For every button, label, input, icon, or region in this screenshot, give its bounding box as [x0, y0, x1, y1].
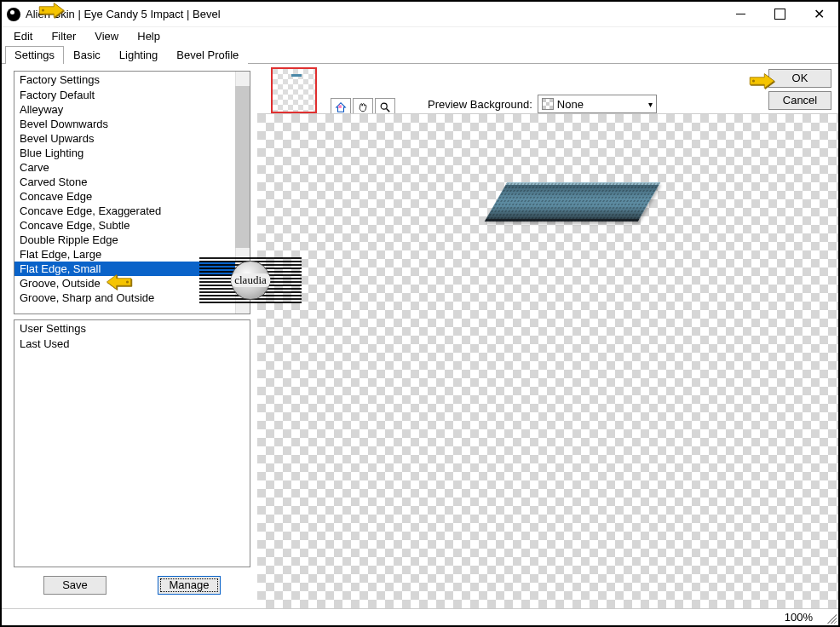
close-button[interactable]: ✕ — [799, 2, 838, 26]
scroll-thumb[interactable] — [235, 86, 250, 248]
user-header: User Settings — [14, 320, 250, 337]
preview-canvas[interactable] — [257, 113, 838, 608]
preview-panel: Preview Background: None ▾ OK Cancel — [257, 64, 838, 608]
manage-button[interactable]: Manage — [158, 576, 221, 595]
title-bar: Alien Skin | Eye Candy 5 Impact | Bevel … — [2, 2, 838, 27]
status-bar: 100% — [2, 608, 838, 625]
tab-lighting[interactable]: Lighting — [110, 46, 168, 64]
save-button[interactable]: Save — [43, 576, 106, 595]
list-item[interactable]: Double Ripple Edge — [14, 233, 250, 247]
chevron-down-icon: ▾ — [648, 100, 653, 109]
list-item[interactable]: Concave Edge — [14, 189, 250, 204]
list-item[interactable]: Alleyway — [14, 102, 250, 117]
tab-basic[interactable]: Basic — [64, 46, 110, 64]
list-item[interactable]: Bevel Downwards — [14, 117, 250, 131]
menu-view[interactable]: View — [88, 30, 125, 43]
preview-bg-label: Preview Background: — [428, 98, 532, 111]
pointer-hand-icon — [746, 71, 775, 91]
preview-toolbar: Preview Background: None ▾ OK Cancel — [257, 64, 838, 113]
svg-line-3 — [387, 109, 390, 112]
tab-bevel-profile[interactable]: Bevel Profile — [167, 46, 248, 64]
list-item[interactable]: Concave Edge, Subtle — [14, 218, 250, 233]
navigator-thumbnail[interactable] — [271, 67, 317, 113]
svg-point-0 — [42, 9, 44, 11]
maximize-button[interactable] — [760, 2, 799, 26]
settings-tabs: Settings Basic Lighting Bevel Profile — [2, 44, 838, 63]
svg-point-4 — [752, 79, 755, 82]
zoom-level: 100% — [785, 611, 813, 624]
minimize-button[interactable] — [721, 2, 760, 26]
list-item[interactable]: Concave Edge, Exaggerated — [14, 204, 250, 218]
navigator-view-rect — [291, 74, 302, 77]
factory-header: Factory Settings — [14, 72, 250, 88]
app-icon — [7, 8, 20, 21]
list-item[interactable]: Carve — [14, 160, 250, 175]
pointer-hand-icon — [36, 0, 65, 20]
watermark-label: claudia — [231, 273, 270, 287]
svg-point-2 — [381, 103, 387, 109]
preview-bg-combo[interactable]: None ▾ — [538, 95, 657, 113]
preview-bg-row: Preview Background: None ▾ — [428, 95, 657, 113]
preview-bg-value: None — [557, 98, 584, 111]
tab-settings[interactable]: Settings — [5, 46, 64, 64]
dialog-buttons: OK Cancel — [768, 69, 831, 110]
user-settings-list[interactable]: User Settings Last Used — [14, 319, 250, 567]
preview-bg-swatch — [542, 98, 554, 110]
bevel-preview-shape — [485, 182, 661, 221]
resize-grip[interactable] — [825, 612, 837, 624]
main-area: Factory Settings Factory DefaultAlleyway… — [2, 63, 838, 608]
cancel-button[interactable]: Cancel — [768, 91, 831, 110]
ok-button[interactable]: OK — [768, 69, 831, 88]
settings-buttons: Save Manage — [14, 572, 250, 601]
svg-point-5 — [126, 280, 129, 283]
menu-edit[interactable]: Edit — [7, 30, 39, 43]
svg-rect-1 — [338, 105, 342, 108]
menu-help[interactable]: Help — [130, 30, 167, 43]
watermark: claudia — [199, 257, 302, 303]
menu-bar: Edit Filter View Help — [2, 27, 838, 44]
window-title: Alien Skin | Eye Candy 5 Impact | Bevel — [26, 8, 721, 20]
list-item[interactable]: Carved Stone — [14, 175, 250, 189]
pointer-hand-icon — [106, 272, 135, 292]
menu-filter[interactable]: Filter — [44, 30, 83, 43]
list-item[interactable]: Factory Default — [14, 88, 250, 102]
list-item[interactable]: Bevel Upwards — [14, 131, 250, 146]
window-controls: ✕ — [721, 2, 838, 26]
settings-panel: Factory Settings Factory DefaultAlleyway… — [2, 64, 257, 608]
list-item[interactable]: Blue Lighting — [14, 146, 250, 160]
list-item[interactable]: Last Used — [14, 337, 250, 351]
